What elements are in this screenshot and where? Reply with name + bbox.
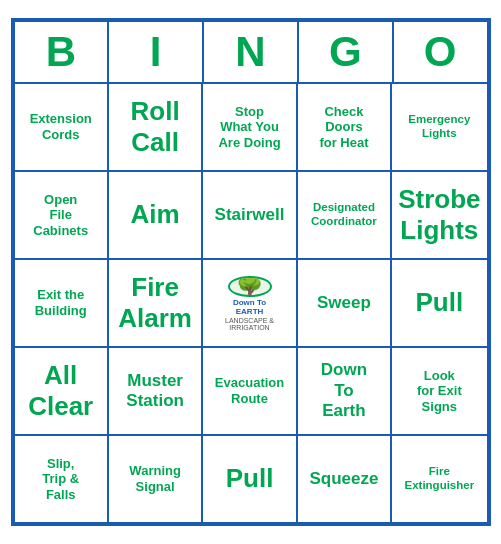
cell-text-24: FireExtinguisher	[405, 465, 475, 493]
bingo-cell-15: AllClear	[14, 347, 108, 435]
bingo-card: BINGO ExtensionCordsRollCallStopWhat You…	[11, 18, 491, 526]
cell-text-19: Lookfor ExitSigns	[417, 368, 462, 415]
bingo-cell-10: Exit theBuilding	[14, 259, 108, 347]
cell-text-10: Exit theBuilding	[35, 287, 87, 318]
bingo-cell-1: RollCall	[108, 83, 202, 171]
cell-text-3: CheckDoorsfor Heat	[319, 104, 368, 151]
bingo-letter-i: I	[108, 21, 203, 83]
bingo-letter-o: O	[393, 21, 488, 83]
cell-text-21: WarningSignal	[129, 463, 181, 494]
cell-text-11: FireAlarm	[118, 272, 192, 334]
bingo-cell-22: Pull	[202, 435, 296, 523]
bingo-cell-14: Pull	[391, 259, 487, 347]
cell-text-18: DownToEarth	[321, 360, 367, 421]
bingo-cell-20: Slip,Trip &Falls	[14, 435, 108, 523]
bingo-cell-4: EmergencyLights	[391, 83, 487, 171]
bingo-letter-b: B	[14, 21, 109, 83]
bingo-letter-n: N	[203, 21, 298, 83]
cell-text-6: Aim	[131, 199, 180, 230]
cell-text-1: RollCall	[131, 96, 180, 158]
cell-text-0: ExtensionCords	[30, 111, 92, 142]
bingo-cell-24: FireExtinguisher	[391, 435, 487, 523]
cell-text-17: EvacuationRoute	[215, 375, 284, 406]
bingo-letter-g: G	[298, 21, 393, 83]
cell-text-13: Sweep	[317, 293, 371, 313]
logo-sub-text: LANDSCAPE & IRRIGATION	[215, 317, 285, 331]
bingo-cell-11: FireAlarm	[108, 259, 202, 347]
bingo-cell-19: Lookfor ExitSigns	[391, 347, 487, 435]
cell-text-14: Pull	[415, 287, 463, 318]
logo-top-text: Down ToEARTH	[233, 299, 266, 317]
cell-text-16: MusterStation	[126, 371, 184, 412]
cell-text-7: Stairwell	[215, 205, 285, 225]
cell-text-22: Pull	[226, 463, 274, 494]
cell-text-2: StopWhat YouAre Doing	[218, 104, 280, 151]
bingo-header: BINGO	[14, 21, 488, 83]
cell-text-8: DesignatedCoordinator	[311, 201, 377, 229]
bingo-cell-13: Sweep	[297, 259, 391, 347]
bingo-cell-5: OpenFileCabinets	[14, 171, 108, 259]
bingo-cell-18: DownToEarth	[297, 347, 391, 435]
bingo-cell-21: WarningSignal	[108, 435, 202, 523]
cell-text-23: Squeeze	[309, 469, 378, 489]
bingo-cell-6: Aim	[108, 171, 202, 259]
bingo-cell-2: StopWhat YouAre Doing	[202, 83, 296, 171]
cell-text-4: EmergencyLights	[408, 113, 470, 141]
cell-text-5: OpenFileCabinets	[33, 192, 88, 239]
bingo-cell-16: MusterStation	[108, 347, 202, 435]
cell-text-9: StrobeLights	[398, 184, 480, 246]
bingo-cell-9: StrobeLights	[391, 171, 487, 259]
bingo-cell-17: EvacuationRoute	[202, 347, 296, 435]
bingo-cell-23: Squeeze	[297, 435, 391, 523]
cell-text-15: AllClear	[28, 360, 93, 422]
bingo-cell-8: DesignatedCoordinator	[297, 171, 391, 259]
bingo-cell-3: CheckDoorsfor Heat	[297, 83, 391, 171]
logo-image: 🌳 Down ToEARTH LANDSCAPE & IRRIGATION	[215, 276, 285, 331]
bingo-cell-0: ExtensionCords	[14, 83, 108, 171]
cell-text-20: Slip,Trip &Falls	[42, 456, 79, 503]
bingo-grid: ExtensionCordsRollCallStopWhat YouAre Do…	[14, 83, 488, 523]
bingo-cell-12: 🌳 Down ToEARTH LANDSCAPE & IRRIGATION	[202, 259, 296, 347]
bingo-cell-7: Stairwell	[202, 171, 296, 259]
